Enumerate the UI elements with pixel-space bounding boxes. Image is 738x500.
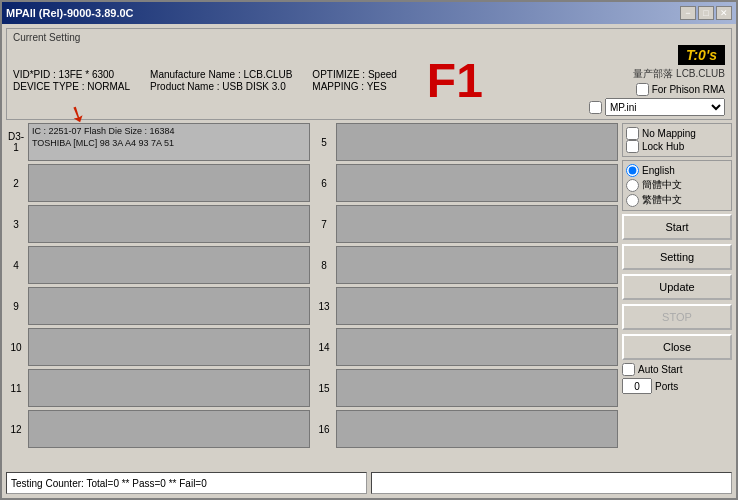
slot-item-10: 10 xyxy=(6,328,310,366)
slot-box-7[interactable] xyxy=(336,205,618,243)
manufacture-name: Manufacture Name : LCB.CLUB xyxy=(150,69,292,80)
auto-start-section: Auto Start Ports xyxy=(622,363,732,394)
update-button[interactable]: Update xyxy=(622,274,732,300)
phison-checkbox[interactable] xyxy=(636,83,649,96)
slot-label-13: 13 xyxy=(314,301,334,312)
minimize-button[interactable]: − xyxy=(680,6,696,20)
slot-label-5: 5 xyxy=(314,137,334,148)
ports-label: Ports xyxy=(655,381,678,392)
slot-box-16[interactable] xyxy=(336,410,618,448)
phison-label: For Phison RMA xyxy=(652,84,725,95)
auto-start-checkbox[interactable] xyxy=(622,363,635,376)
action-buttons: Start Setting Update STOP Close xyxy=(622,214,732,360)
window-title: MPAll (Rel)-9000-3.89.0C xyxy=(6,7,134,19)
start-button[interactable]: Start xyxy=(622,214,732,240)
slot-label-14: 14 xyxy=(314,342,334,353)
english-radio-item: English xyxy=(626,164,728,177)
t0s-badge: T:0's xyxy=(678,45,725,65)
slot-label-2: 2 xyxy=(6,178,26,189)
slot-box-11[interactable] xyxy=(28,369,310,407)
slot-label-d3-1: D3-1 xyxy=(6,131,26,153)
mpini-checkbox-row: MP.ini xyxy=(589,98,725,116)
status-left: Testing Counter: Total=0 ** Pass=0 ** Fa… xyxy=(6,472,367,494)
slot-box-3[interactable] xyxy=(28,205,310,243)
slot-item-8: 8 xyxy=(314,246,618,284)
slot-box-6[interactable] xyxy=(336,164,618,202)
mpini-checkbox[interactable] xyxy=(589,101,602,114)
slot-label-9: 9 xyxy=(6,301,26,312)
options-box: No Mapping Lock Hub xyxy=(622,123,732,157)
ports-input[interactable] xyxy=(622,378,652,394)
english-label: English xyxy=(642,165,675,176)
slot-label-16: 16 xyxy=(314,424,334,435)
slot-box-5[interactable] xyxy=(336,123,618,161)
slot-box-15[interactable] xyxy=(336,369,618,407)
status-bar: Testing Counter: Total=0 ** Pass=0 ** Fa… xyxy=(6,472,732,494)
slots-row-3: 3 7 xyxy=(6,205,618,243)
main-window: MPAll (Rel)-9000-3.89.0C − □ ✕ Current S… xyxy=(0,0,738,500)
lcb-label: 量产部落 LCB.CLUB xyxy=(633,67,725,81)
slot-item-5: 5 xyxy=(314,123,618,161)
simplified-radio-item: 簡體中文 xyxy=(626,178,728,192)
optimize-info: OPTIMIZE : Speed MAPPING : YES xyxy=(312,69,396,92)
slot-box-9[interactable] xyxy=(28,287,310,325)
slot-label-7: 7 xyxy=(314,219,334,230)
slot-box-14[interactable] xyxy=(336,328,618,366)
right-panel: T:0's 量产部落 LCB.CLUB For Phison RMA MP.in… xyxy=(589,45,725,116)
lock-hub-label: Lock Hub xyxy=(642,141,684,152)
slot-box-4[interactable] xyxy=(28,246,310,284)
slot-item-13: 13 xyxy=(314,287,618,325)
simplified-label: 簡體中文 xyxy=(642,178,682,192)
english-radio[interactable] xyxy=(626,164,639,177)
slots-row-2: 2 6 xyxy=(6,164,618,202)
traditional-radio-item: 繁體中文 xyxy=(626,193,728,207)
main-area: D3-1 ➘ IC : 2251-07 Flash Die Size : 163… xyxy=(6,123,732,469)
current-setting-panel: Current Setting VID*PID : 13FE * 6300 DE… xyxy=(6,28,732,120)
mpini-select[interactable]: MP.ini xyxy=(605,98,725,116)
slot-item-14: 14 xyxy=(314,328,618,366)
slots-row-1: D3-1 ➘ IC : 2251-07 Flash Die Size : 163… xyxy=(6,123,618,161)
slot-label-10: 10 xyxy=(6,342,26,353)
traditional-radio[interactable] xyxy=(626,194,639,207)
slot-item-9: 9 xyxy=(6,287,310,325)
slot-box-d3-1[interactable]: IC : 2251-07 Flash Die Size : 16384TOSHI… xyxy=(28,123,310,161)
info-row: VID*PID : 13FE * 6300 DEVICE TYPE : NORM… xyxy=(13,45,725,116)
slot-item-12: 12 xyxy=(6,410,310,448)
f1-badge[interactable]: F1 xyxy=(427,57,483,105)
slot-box-8[interactable] xyxy=(336,246,618,284)
slots-area: D3-1 ➘ IC : 2251-07 Flash Die Size : 163… xyxy=(6,123,618,469)
slot-item-6: 6 xyxy=(314,164,618,202)
simplified-radio[interactable] xyxy=(626,179,639,192)
title-bar-buttons: − □ ✕ xyxy=(680,6,732,20)
title-bar: MPAll (Rel)-9000-3.89.0C − □ ✕ xyxy=(2,2,736,24)
slot-label-6: 6 xyxy=(314,178,334,189)
traditional-label: 繁體中文 xyxy=(642,193,682,207)
close-button[interactable]: ✕ xyxy=(716,6,732,20)
phison-checkbox-row: For Phison RMA xyxy=(636,83,725,96)
lock-hub-row: Lock Hub xyxy=(626,140,728,153)
slot-box-12[interactable] xyxy=(28,410,310,448)
slot-item-15: 15 xyxy=(314,369,618,407)
no-mapping-label: No Mapping xyxy=(642,128,696,139)
slot-box-10[interactable] xyxy=(28,328,310,366)
product-name: Product Name : USB DISK 3.0 xyxy=(150,81,292,92)
current-setting-label: Current Setting xyxy=(13,32,725,43)
mapping-label: MAPPING : YES xyxy=(312,81,396,92)
no-mapping-checkbox[interactable] xyxy=(626,127,639,140)
slots-row-4: 4 8 xyxy=(6,246,618,284)
lock-hub-checkbox[interactable] xyxy=(626,140,639,153)
stop-button[interactable]: STOP xyxy=(622,304,732,330)
slot-item-7: 7 xyxy=(314,205,618,243)
slot-item-16: 16 xyxy=(314,410,618,448)
maximize-button[interactable]: □ xyxy=(698,6,714,20)
slot-box-2[interactable] xyxy=(28,164,310,202)
slot-item-d3-1: D3-1 ➘ IC : 2251-07 Flash Die Size : 163… xyxy=(6,123,310,161)
close-button-action[interactable]: Close xyxy=(622,334,732,360)
vid-pid: VID*PID : 13FE * 6300 xyxy=(13,69,130,80)
slot-label-3: 3 xyxy=(6,219,26,230)
setting-button[interactable]: Setting xyxy=(622,244,732,270)
slot-box-13[interactable] xyxy=(336,287,618,325)
no-mapping-row: No Mapping xyxy=(626,127,728,140)
slots-row-7: 11 15 xyxy=(6,369,618,407)
auto-start-label: Auto Start xyxy=(638,364,682,375)
